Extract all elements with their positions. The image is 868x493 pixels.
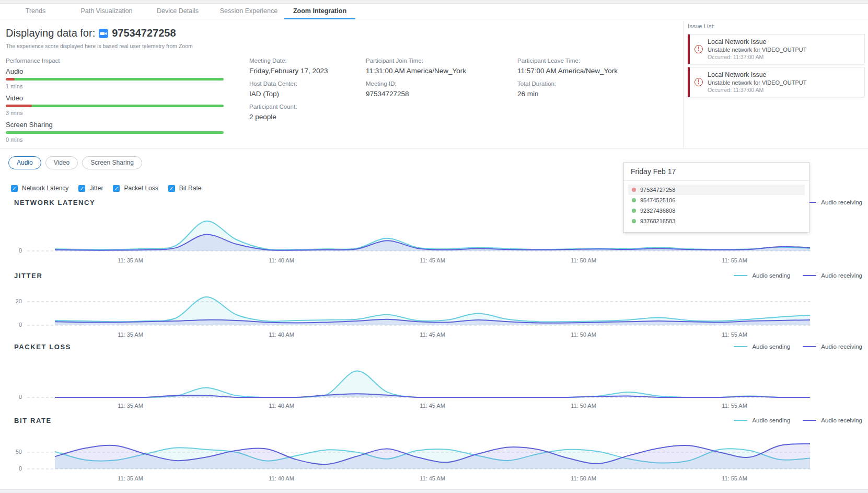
filter-jitter[interactable]: Jitter [78,185,103,192]
join-time-value: 11:31:00 AM America/New_York [366,67,466,75]
x-axis-tick: 11: 45 AM [409,257,456,263]
x-axis-tick: 11: 50 AM [560,403,607,409]
section-title: NETWORK LATENCY [14,199,95,207]
issue-title: Local Network Issue [708,38,807,45]
video-impact-name: Video [6,94,224,102]
main-tabbar: Trends Path Visualization Device Details… [0,4,868,19]
issue-description: Unstable network for VIDEO_OUTPUT [708,79,807,86]
leave-time-item: Participant Leave Time: 11:57:00 AM Amer… [517,58,618,75]
date-tooltip: Friday Feb 17 97534727258 95474525106 92… [623,162,809,233]
page-subtitle: The experience score displayed here is b… [6,43,193,49]
meeting-id-label: Meeting ID: [366,81,466,87]
legend-item-audio-receiving: Audio receiving [803,199,862,205]
meeting-date-item: Meeting Date: Friday,February 17, 2023 [249,58,328,75]
window-top-strip [0,0,868,4]
alert-circle-icon [695,45,703,53]
host-data-center-value: IAD (Top) [249,90,328,98]
section-title: PACKET LOSS [14,343,71,351]
jitter-chart[interactable] [26,281,813,328]
join-time-label: Participant Join Time: [366,58,466,64]
legend-item-audio-receiving: Audio receiving [803,417,862,423]
host-data-center-item: Host Data Center: IAD (Top) [249,81,328,98]
checkbox-checked-icon[interactable] [113,185,120,192]
chart-legend: Audio sendingAudio receiving [734,272,862,279]
section-title: BIT RATE [14,417,52,425]
participant-dot-icon [632,188,636,192]
legend-item-audio-sending: Audio sending [734,417,790,423]
y-axis-label: 0 [7,465,22,472]
filter-packet-loss[interactable]: Packet Loss [113,185,158,192]
tab-zoom-integration[interactable]: Zoom Integration [284,4,355,19]
checkbox-checked-icon[interactable] [11,185,18,192]
legend-label: Audio sending [752,343,790,350]
legend-item-audio-sending: Audio sending [734,272,790,279]
screen-sharing-impact-name: Screen Sharing [6,121,224,129]
x-axis-tick: 11: 50 AM [560,257,607,263]
issue-card[interactable]: Local Network Issue Unstable network for… [688,67,865,97]
tooltip-participant-row[interactable]: 97534727258 [628,185,805,195]
x-axis-tick: 11: 55 AM [711,257,758,263]
video-impact-metric: Video 3 mins [6,94,224,116]
checkbox-checked-icon[interactable] [168,185,175,192]
x-axis-tick: 11: 35 AM [107,331,154,338]
x-axis-tick: 11: 40 AM [258,403,305,409]
audio-impact-fill [6,78,15,81]
video-pill-button[interactable]: Video [45,156,78,169]
issue-card-body: Local Network Issue Unstable network for… [708,38,807,60]
issue-card[interactable]: Local Network Issue Unstable network for… [688,34,865,64]
tooltip-participant-row[interactable]: 95474525106 [628,195,805,205]
metric-filters: Network Latency Jitter Packet Loss Bit R… [11,185,201,192]
tooltip-participant-row[interactable]: 93768216583 [628,216,805,226]
audio-pill-button[interactable]: Audio [8,156,41,169]
jitter-chart-area: 20011: 35 AM11: 40 AM11: 45 AM11: 50 AM1… [0,281,868,342]
tab-session-experience[interactable]: Session Experience [213,4,284,19]
packet-loss-chart[interactable] [26,353,813,399]
participant-count-item: Participant Count: 2 people [249,104,328,121]
leave-time-value: 11:57:00 AM America/New_York [517,67,618,75]
chart-legend: Audio sendingAudio receiving [734,343,862,350]
screen-sharing-pill-button[interactable]: Screen Sharing [82,156,142,169]
x-axis-tick: 11: 40 AM [258,257,305,263]
audio-impact-duration: 1 mins [6,83,224,89]
filter-label: Jitter [89,185,103,192]
tab-path-visualization[interactable]: Path Visualization [71,4,142,19]
y-axis-label: 0 [7,322,22,328]
audio-impact-metric: Audio 1 mins [6,67,224,89]
x-axis-tick: 11: 55 AM [711,475,758,481]
total-duration-value: 26 min [517,90,618,98]
x-axis-tick: 11: 40 AM [258,331,305,338]
audio-sending-line [55,371,810,397]
legend-line-swatch [734,420,747,421]
filter-label: Bit Rate [179,185,202,192]
zoom-video-icon [99,29,108,38]
jitter-section: JITTER Audio sendingAudio receiving 2001… [0,271,868,342]
y-axis-label: 0 [7,394,22,400]
legend-line-swatch [803,420,816,421]
legend-item-audio-receiving: Audio receiving [803,343,862,350]
packet-loss-chart-area: 011: 35 AM11: 40 AM11: 45 AM11: 50 AM11:… [0,353,868,413]
filter-network-latency[interactable]: Network Latency [11,185,68,192]
tab-trends[interactable]: Trends [0,4,71,19]
tooltip-participant-row[interactable]: 92327436808 [628,205,805,216]
leave-time-label: Participant Leave Time: [517,58,618,64]
host-data-center-label: Host Data Center: [249,81,328,87]
page-title: Displaying data for: [6,27,95,39]
tab-device-details[interactable]: Device Details [142,4,213,19]
screen-sharing-impact-duration: 0 mins [6,136,224,143]
bit-rate-chart[interactable] [26,426,813,472]
bit-rate-section: BIT RATE Audio sendingAudio receiving 50… [0,416,868,486]
screen-sharing-impact-bar [6,131,224,134]
filter-bit-rate[interactable]: Bit Rate [168,185,202,192]
video-impact-fill [6,105,32,107]
legend-label: Audio sending [752,272,790,279]
meeting-details-column-1: Meeting Date: Friday,February 17, 2023 H… [249,58,328,127]
issue-occurred-time: Occurred: 11:37:00 AM [708,54,807,60]
participant-dot-icon [632,209,636,213]
vertical-divider [683,21,684,148]
total-duration-label: Total Duration: [517,81,618,87]
legend-item-audio-sending: Audio sending [734,343,790,350]
checkbox-checked-icon[interactable] [78,185,85,192]
legend-line-swatch [803,275,816,276]
meeting-details-column-3: Participant Leave Time: 11:57:00 AM Amer… [517,58,618,104]
y-axis-label: 20 [7,298,22,304]
